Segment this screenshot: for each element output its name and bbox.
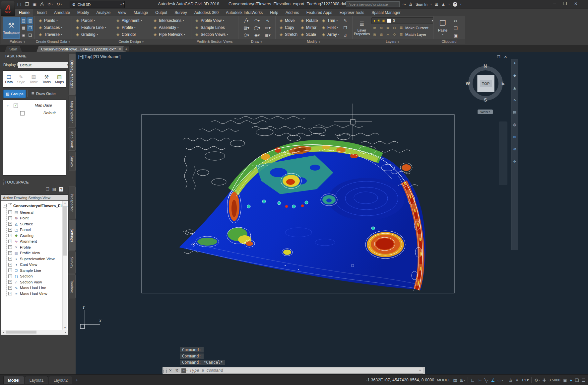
close-button[interactable]: ✕ (574, 1, 577, 6)
tree-item-general[interactable]: +▤General (8, 209, 33, 215)
vertical-scroll-thumb[interactable] (63, 206, 67, 256)
revision-cloud-icon[interactable]: ∿ (263, 17, 273, 24)
layout-tab-layout1[interactable]: Layout1 (25, 376, 48, 384)
ribbon-item-intersections[interactable]: ◈Intersections▾ (153, 17, 184, 24)
expand-box-icon[interactable]: + (8, 216, 12, 220)
expand-box-icon[interactable]: + (8, 245, 12, 249)
expand-box-icon[interactable]: + (8, 292, 12, 295)
tree-item-cant-view[interactable]: +◖Cant View (8, 262, 37, 268)
tree-item-alignment[interactable]: +∿Alignment (8, 239, 37, 244)
file-tab-start[interactable]: Start (5, 46, 22, 52)
tree-item-sample-line[interactable]: +⊐Sample Line (8, 268, 41, 273)
tree-item-mass-haul-view[interactable]: +≈Mass Haul View (8, 291, 47, 296)
default-layer-label[interactable]: Default (43, 111, 55, 115)
map-base-label[interactable]: Map Base (35, 103, 52, 107)
flow-icon[interactable]: ∿ (513, 98, 516, 102)
autoscale-icon[interactable]: ✦ (515, 378, 519, 383)
line-icon[interactable]: ╱▾ (241, 17, 251, 24)
ribbon-tab-analyze[interactable]: Analyze (93, 9, 114, 16)
ribbon-tab-annotate[interactable]: Annotate (50, 9, 74, 16)
layer-unisolate-icon[interactable]: ≌ (379, 32, 384, 37)
clean-screen-icon[interactable]: ❏ (575, 378, 579, 383)
tree-item-mass-haul-line[interactable]: +∿Mass Haul Line (8, 285, 46, 291)
coordinate-icon[interactable]: ⊕ (513, 147, 516, 151)
grid-tools-icon[interactable]: ⊞ (513, 135, 516, 139)
tree-root-row[interactable]: − ConservatoryofFlowers_Elev... (3, 203, 68, 208)
expand-box-icon[interactable]: + (8, 228, 12, 232)
ribbon-item-rotate[interactable]: ◈Rotate (300, 17, 318, 24)
viewcube-west[interactable]: W (466, 81, 470, 86)
new-tab-button[interactable]: + (123, 46, 129, 51)
minimize-button[interactable]: ─ (553, 1, 556, 6)
buffer-icon[interactable]: ◆ (513, 73, 516, 78)
draw-order-button[interactable]: ≣ Draw Order (29, 90, 58, 97)
ribbon-tab-insert[interactable]: Insert (33, 9, 50, 16)
panel-label-profile-section-views[interactable]: Profile & Section Views (191, 39, 238, 44)
globe-icon[interactable]: ◍ (513, 122, 516, 127)
collapse-box-icon[interactable]: − (3, 204, 7, 207)
snap-icon[interactable]: ⊞▾ (460, 378, 465, 383)
annotation-monitor-icon[interactable]: ✚ (542, 378, 546, 383)
ribbon-item-mirror[interactable]: ◈Mirror (300, 24, 316, 31)
expand-box-icon[interactable]: + (8, 234, 12, 237)
tree-item-parcel[interactable]: +◰Parcel (8, 227, 31, 233)
copy-clip-icon[interactable]: ❐ (454, 26, 458, 31)
ribbon-tab-home[interactable]: Home (15, 9, 33, 16)
toolspace-view-selector[interactable]: Active Drawing Settings View ˅ (1, 194, 72, 201)
ribbon-item-points[interactable]: ◈Points▾ (38, 17, 58, 24)
workspace-selector[interactable]: ⚙ Civil 3D ▼ (70, 1, 125, 8)
make-current-button[interactable]: Make Current (405, 26, 428, 30)
report-icon[interactable]: ▤ (513, 110, 516, 115)
ribbon-tab-autodesk-infraworks[interactable]: Autodesk InfraWorks (222, 9, 266, 16)
side-tab-survey[interactable]: Survey (68, 152, 76, 171)
ribbon-tab-modify[interactable]: Modify (74, 9, 93, 16)
ucs-icon[interactable] (80, 310, 100, 329)
select-icon[interactable]: ✦ (513, 61, 516, 65)
isometric-drafting-icon[interactable]: ╲▾ (484, 378, 488, 383)
tree-item-grading[interactable]: +◆Grading (8, 233, 33, 238)
viewcube-east[interactable]: E (501, 81, 504, 86)
navigation-bar-ghost[interactable] (499, 121, 507, 185)
default-checkbox[interactable] (20, 111, 25, 116)
object-snap-tracking-icon[interactable]: ∠ (491, 378, 495, 383)
collapse-arrow-icon[interactable]: ▿ (7, 104, 9, 107)
customization-icon[interactable]: ☰ (581, 378, 585, 383)
ribbon-item-profile[interactable]: ◈Profile▾ (115, 24, 136, 31)
application-menu-button[interactable]: A C3D (1, 1, 15, 16)
ribbon-item-pipe-network[interactable]: ◈Pipe Network▾ (153, 31, 185, 38)
circle-icon[interactable]: ◯▾ (252, 25, 262, 31)
layer-properties-button[interactable]: ≣ Layer Properties (354, 17, 370, 38)
hardware-acceleration-icon[interactable]: ● (570, 378, 572, 383)
ribbon-item-assembly[interactable]: ◈Assembly▾ (153, 24, 179, 31)
ribbon-item-traverse[interactable]: ◈Traverse▾ (38, 31, 62, 38)
sign-in-caret-icon[interactable]: ▾ (430, 3, 432, 6)
autodesk-caret-icon[interactable]: ▾ (448, 3, 450, 6)
sign-in-button[interactable]: Sign In (416, 2, 427, 6)
save-icon[interactable]: ▣ (33, 1, 36, 8)
ribbon-item-surfaces[interactable]: ◈Surfaces▾ (38, 24, 62, 31)
viewcube-south[interactable]: S (484, 97, 487, 103)
model-space-toggle[interactable]: MODEL (437, 378, 450, 382)
toolspace-button[interactable]: ⚒ Toolspace (3, 17, 20, 39)
layer-freeze-icon[interactable]: ≍ (385, 26, 390, 30)
expand-box-icon[interactable]: + (8, 274, 12, 278)
offset-icon[interactable]: ⊿ (342, 32, 349, 38)
annotation-scale-label[interactable]: 1:1▾ (521, 378, 529, 382)
ribbon-item-profile-view[interactable]: ◈Profile View▾ (194, 17, 224, 24)
polar-tracking-icon[interactable]: ◔▾ (478, 378, 482, 383)
layer-isolate-icon[interactable]: ≌ (379, 26, 384, 30)
erase-icon[interactable]: ✎ (342, 17, 349, 24)
task-pane-tool-data[interactable]: ▤Data (5, 74, 13, 84)
command-close-icon[interactable]: ✕ (169, 368, 172, 373)
rectangle-icon[interactable]: ▭▾ (263, 25, 273, 31)
side-tab-survey[interactable]: Survey (68, 252, 76, 273)
layout-tab-layout2[interactable]: Layout2 (49, 376, 72, 384)
layer-unlock-icon[interactable]: ≎ (392, 26, 397, 30)
viewport-view-button[interactable]: [Top] (83, 54, 92, 59)
ribbon-item-grading[interactable]: ◈Grading▾ (75, 31, 98, 38)
ribbon-item-trim[interactable]: ◈Trim▾ (321, 17, 338, 24)
expand-box-icon[interactable]: + (8, 280, 12, 284)
match-layer-icon[interactable]: ≣ (399, 32, 404, 37)
sheet-set-manager-icon[interactable]: ▦ (21, 25, 27, 31)
ribbon-tab-survey[interactable]: Survey (171, 9, 190, 16)
